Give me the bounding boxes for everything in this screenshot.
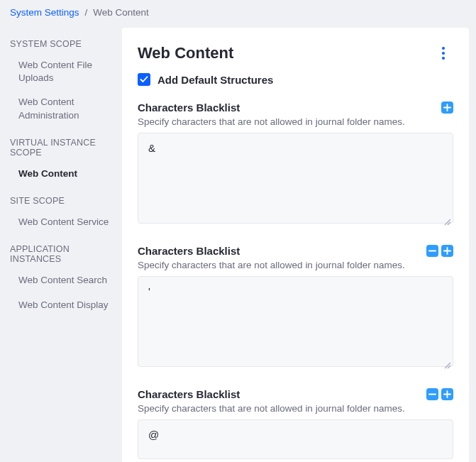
page-title: Web Content: [138, 44, 233, 62]
sidebar-group-title: APPLICATION INSTANCES: [10, 244, 114, 264]
remove-field-button[interactable]: [426, 388, 438, 400]
blacklist-field: Characters Blacklist Specify characters …: [138, 101, 453, 226]
sidebar-item-web-content-service[interactable]: Web Content Service: [7, 210, 116, 234]
add-default-structures-label: Add Default Structures: [157, 74, 273, 86]
field-label: Characters Blacklist: [138, 245, 240, 257]
sidebar-item-web-content-search[interactable]: Web Content Search: [7, 268, 116, 292]
plus-icon: [443, 247, 451, 255]
add-default-structures-checkbox[interactable]: [138, 73, 150, 86]
add-field-button[interactable]: [441, 245, 453, 257]
plus-icon: [443, 104, 451, 111]
sidebar-item-web-content-administration[interactable]: Web Content Administration: [7, 90, 116, 127]
breadcrumb-root-link[interactable]: System Settings: [10, 7, 79, 18]
remove-field-button[interactable]: [426, 245, 438, 257]
sidebar-item-web-content[interactable]: Web Content: [7, 162, 116, 186]
sidebar-item-web-content-display[interactable]: Web Content Display: [7, 293, 116, 317]
sidebar-group-title: SYSTEM SCOPE: [10, 39, 114, 49]
sidebar-item-web-content-file-uploads[interactable]: Web Content File Uploads: [7, 53, 116, 90]
field-label: Characters Blacklist: [138, 388, 240, 400]
plus-icon: [443, 390, 451, 398]
field-label: Characters Blacklist: [138, 101, 240, 114]
sidebar: SYSTEM SCOPE Web Content File Uploads We…: [0, 25, 119, 317]
more-actions-button[interactable]: [433, 43, 453, 63]
blacklist-field: Characters Blacklist Specify characters …: [138, 388, 453, 462]
field-help: Specify characters that are not allowed …: [138, 403, 453, 414]
minus-icon: [428, 247, 436, 255]
blacklist-field: Characters Blacklist Specify characters …: [138, 245, 453, 370]
blacklist-textarea[interactable]: [138, 133, 453, 224]
sidebar-group-title: SITE SCOPE: [10, 196, 114, 206]
minus-icon: [428, 390, 436, 398]
breadcrumb-current: Web Content: [93, 7, 149, 18]
add-field-button[interactable]: [441, 388, 453, 400]
field-help: Specify characters that are not allowed …: [138, 116, 453, 127]
breadcrumb: System Settings / Web Content: [0, 0, 476, 25]
blacklist-textarea[interactable]: [138, 419, 453, 459]
add-field-button[interactable]: [441, 101, 453, 114]
field-help: Specify characters that are not allowed …: [138, 260, 453, 270]
breadcrumb-separator: /: [85, 7, 88, 18]
blacklist-textarea[interactable]: [138, 276, 453, 367]
checkmark-icon: [140, 75, 148, 84]
settings-card: Web Content Add Default Structures Chara…: [122, 28, 469, 462]
sidebar-group-title: VIRTUAL INSTANCE SCOPE: [10, 138, 114, 158]
